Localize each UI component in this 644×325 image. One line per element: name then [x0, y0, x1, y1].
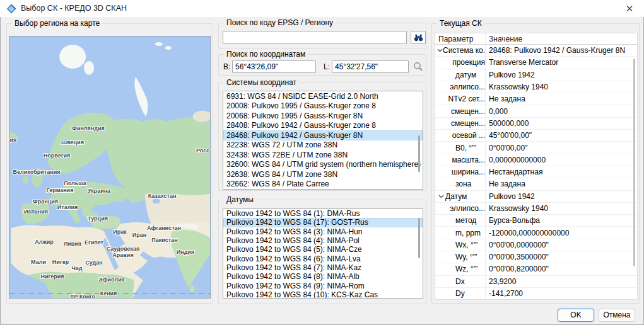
list-item[interactable]: Pulkovo 1942 to WGS 84 (6): NIMA-Lva: [223, 254, 423, 263]
param-name: B0, °'": [445, 144, 476, 152]
list-item[interactable]: Pulkovo 1942 to WGS 84 (4): NIMA-Pol: [223, 236, 423, 245]
list-item[interactable]: Pulkovo 1942 to WGS 84 (17): GOST-Rus: [223, 218, 423, 227]
cs-list: 6931: WGS 84 / NSIDC EASE-Grid 2.0 North…: [223, 91, 423, 190]
binoculars-icon: [414, 33, 423, 42]
param-value: 28468: Pulkovo 1942 / Gauss-Kruger 8N: [486, 46, 637, 55]
param-row[interactable]: Wx, °'"0°00'00,0000000": [435, 239, 637, 251]
param-name: Датум: [445, 192, 467, 201]
datums-group: Датумы Pulkovo 1942 to WGS 84 (1): DMA-R…: [218, 200, 426, 304]
param-row[interactable]: m, ppm-120000,000000000000: [435, 227, 637, 239]
param-value: 500000,000: [486, 119, 637, 128]
list-item[interactable]: 28408: Pulkovo 1942 / Gauss-Kruger zone …: [223, 121, 423, 131]
param-name: m, ppm: [445, 229, 481, 237]
param-value: 0°00'00,0000000": [486, 241, 637, 249]
chevron-down-icon[interactable]: [437, 48, 443, 52]
title-bar: Выбор СК - КРЕДО 3D СКАН ✕: [0, 0, 644, 17]
param-name: эллипсо...: [440, 83, 485, 91]
param-row[interactable]: методБурса-Вольфа: [435, 215, 637, 227]
epsg-search-group-label: Поиск по коду EPSG / Региону: [224, 18, 336, 27]
coordinate-systems-group-label: Системы координат: [224, 78, 299, 87]
param-value: -120000,000000000000: [486, 229, 637, 237]
param-row[interactable]: Wz, °'"0°00'00,8200000": [435, 263, 637, 275]
datums-group-label: Датумы: [224, 195, 256, 204]
list-item[interactable]: Pulkovo 1942 to WGS 84 (3): NIMA-Hun: [223, 227, 423, 236]
list-item[interactable]: Pulkovo 1942 to WGS 84 (8): NIMA-Alb: [223, 272, 423, 281]
param-value: Бурса-Вольфа: [486, 216, 637, 225]
param-row[interactable]: ДатумPulkovo 1942: [435, 191, 637, 203]
cancel-button[interactable]: Отмена: [599, 309, 635, 322]
latitude-input[interactable]: [232, 60, 316, 73]
list-item[interactable]: 32600: WGS 84 / UTM grid system (norther…: [223, 160, 423, 170]
current-cs-table-scrollbar[interactable]: [633, 59, 635, 266]
list-item[interactable]: Pulkovo 1942 to WGS 84 (10): KCS-Kaz Cas: [223, 290, 423, 299]
param-row[interactable]: B0, °'"0°00'00,00": [435, 142, 637, 154]
list-item[interactable]: 32238: WGS 72 / UTM zone 38N: [223, 140, 423, 151]
param-row[interactable]: Dy-141,2700: [435, 288, 637, 300]
param-row[interactable]: Dx23,9200: [435, 276, 637, 288]
param-value: 0,000: [486, 107, 637, 116]
param-value: Не задана: [486, 180, 637, 188]
list-item[interactable]: 32438: WGS 72BE / UTM zone 38N: [223, 150, 423, 160]
list-item[interactable]: Pulkovo 1942 to WGS 84 (9): NIMA-Rom: [223, 281, 423, 290]
param-value: Krassowsky 1940: [486, 83, 637, 91]
param-name: эллипсо...: [440, 204, 485, 213]
param-value: 23,9200: [486, 277, 637, 286]
longitude-label: L:: [324, 62, 330, 71]
epsg-search-input[interactable]: [223, 31, 407, 44]
region-map-group: Выбор региона на карте: [6, 23, 213, 304]
column-header-value: Значение: [486, 35, 522, 43]
param-value: 0,000000000000: [486, 156, 637, 164]
datum-list: Pulkovo 1942 to WGS 84 (1): DMA-RusPulko…: [223, 208, 423, 299]
list-item[interactable]: 6931: WGS 84 / NSIDC EASE-Grid 2.0 North: [223, 91, 423, 101]
param-row[interactable]: смещен...0,000: [435, 105, 637, 117]
epsg-search-group: Поиск по коду EPSG / Региону: [218, 23, 426, 49]
param-value: Не задана: [486, 94, 637, 103]
current-cs-table-body: Система ко...28468: Pulkovo 1942 / Gauss…: [435, 45, 637, 300]
param-name: метод: [445, 216, 476, 225]
binoculars-search-button[interactable]: [411, 31, 426, 44]
list-item[interactable]: 32662: WGS 84 / Plate Carree: [223, 180, 423, 190]
param-row[interactable]: NTv2 сет...Не задана: [435, 93, 637, 105]
list-item[interactable]: Pulkovo 1942 to WGS 84 (1): DMA-Rus: [223, 209, 423, 218]
list-item[interactable]: Pulkovo 1942 to WGS 84 (5): NIMA-Cze: [223, 245, 423, 254]
param-row[interactable]: эллипсо...Krassowsky 1940: [435, 81, 637, 93]
param-row[interactable]: эллипсо...Krassowsky 1940: [435, 203, 637, 215]
param-name: датум: [445, 71, 476, 79]
param-value: Pulkovo 1942: [486, 192, 637, 201]
param-value: Нестандартная: [486, 168, 637, 176]
param-name: осевой ...: [442, 131, 485, 140]
param-row[interactable]: ширина...Нестандартная: [435, 166, 637, 178]
list-item[interactable]: Pulkovo 1942 to WGS 84 (7): NIMA-Kaz: [223, 263, 423, 272]
coords-search-button[interactable]: [412, 60, 424, 73]
column-header-param: Параметр: [435, 33, 486, 44]
param-row[interactable]: осевой ...45°00'00,00": [435, 130, 637, 142]
datum-list-scrollbar[interactable]: [418, 218, 420, 258]
current-cs-table: Параметр Значение Система ко...28468: Pu…: [435, 33, 638, 300]
param-row[interactable]: зонаНе задана: [435, 178, 637, 190]
param-row[interactable]: смещен...500000,000: [435, 118, 637, 130]
window-title: Выбор СК - КРЕДО 3D СКАН: [21, 4, 127, 13]
list-item[interactable]: 32638: WGS 84 / UTM zone 38N: [223, 169, 423, 180]
list-item[interactable]: 28468: Pulkovo 1942 / Gauss-Kruger 8N: [223, 130, 423, 140]
param-row[interactable]: проекцияTransverse Mercator: [435, 57, 637, 69]
region-map[interactable]: ФинляндияШвецияНорвегиядияРоссияВеликобр…: [9, 36, 211, 299]
ok-button[interactable]: OK: [558, 309, 594, 322]
param-row[interactable]: Система ко...28468: Pulkovo 1942 / Gauss…: [435, 45, 637, 57]
param-row[interactable]: Wy, °'"0°00'00,3500000": [435, 251, 637, 263]
close-icon[interactable]: ✕: [623, 3, 636, 15]
param-value: 0°00'00,00": [486, 144, 637, 152]
coordinate-systems-group: Системы координат 6931: WGS 84 / NSIDC E…: [218, 83, 426, 191]
cs-list-scrollbar[interactable]: [418, 135, 420, 172]
param-value: 45°00'00,00": [486, 131, 637, 140]
param-row[interactable]: датумPulkovo 1942: [435, 69, 637, 81]
param-name: ширина...: [442, 168, 485, 176]
param-value: 0°00'00,8200000": [486, 265, 637, 273]
param-value: Transverse Mercator: [486, 58, 637, 67]
param-row[interactable]: масшта...0,000000000000: [435, 154, 637, 166]
param-name: Wy, °'": [445, 253, 477, 261]
param-name: Wx, °'": [445, 241, 477, 249]
chevron-down-icon[interactable]: [437, 195, 445, 198]
longitude-input[interactable]: [332, 60, 409, 73]
list-item[interactable]: 20068: Pulkovo 1995 / Gauss-Kruger 8N: [223, 111, 423, 121]
list-item[interactable]: 20008: Pulkovo 1995 / Gauss-Kruger zone …: [223, 101, 423, 111]
